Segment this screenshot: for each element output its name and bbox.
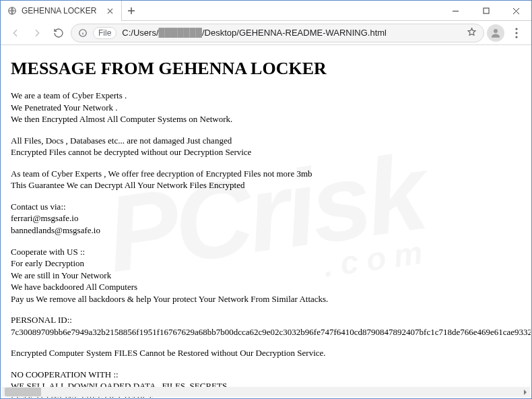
personal-id: 7c30089709bb6e7949a32b2158856f1951f16767… [11,326,521,338]
kebab-menu-icon[interactable] [507,24,526,42]
forward-button[interactable] [28,24,46,42]
text-line: All Files, Docs , Databases etc... are n… [11,135,521,147]
text-line: This Guarantee We can Decrypt All Your N… [11,179,521,191]
scrollbar-thumb[interactable] [5,388,41,396]
text-line: As team of Cyber Experts , We offer free… [11,168,521,180]
text-line: Cooperate with US :: [11,246,521,258]
text-line: For early Decryption [11,257,521,270]
close-window-button[interactable] [501,1,531,21]
file-info-icon[interactable] [78,28,88,38]
url-path-suffix: /Desktop/GEHENNA-README-WARNING.html [202,28,387,38]
page-heading: MESSAGE FROM GEHENNA LOCKER [11,57,521,80]
svg-point-3 [494,29,498,33]
viewport: PCrisk .com MESSAGE FROM GEHENNA LOCKER … [1,46,531,398]
scroll-right-icon[interactable] [520,387,530,397]
text-line: We have backdoored All Computers [11,281,521,293]
svg-rect-1 [484,8,489,13]
paragraph-1: We are a team of Cyber Experts . We Pene… [11,90,521,125]
tab-title: GEHENNA LOCKER [22,6,100,16]
paragraph-7: Encrypted Computer System FILES Cannot b… [11,347,521,359]
text-line: We are a team of Cyber Experts . [11,90,521,102]
svg-point-5 [515,32,517,34]
text-line: Encrypted Files cannot be decrypted with… [11,146,521,158]
text-line: PERSONAL ID:: [11,314,521,326]
minimize-button[interactable] [440,1,471,21]
url-scheme-label: File [98,28,111,38]
text-line: Contact us via:: [11,201,521,213]
paragraph-3: As team of Cyber Experts , We offer free… [11,168,521,191]
svg-point-4 [515,28,517,30]
url-scheme-chip: File [93,27,117,39]
paragraph-4: Contact us via:: ferrari@msgsafe.io bann… [11,201,521,237]
page-content: MESSAGE FROM GEHENNA LOCKER We are a tea… [1,46,531,398]
paragraph-6: PERSONAL ID:: 7c30089709bb6e7949a32b2158… [11,314,521,338]
text-line: We are still in Your Network [11,270,521,282]
browser-window: GEHENNA LOCKER [0,0,532,399]
text-line: ferrari@msgsafe.io [11,212,521,224]
profile-avatar[interactable] [487,24,504,42]
paragraph-5: Cooperate with US :: For early Decryptio… [11,246,521,305]
reload-button[interactable] [49,24,68,42]
titlebar: GEHENNA LOCKER [1,1,531,21]
bookmark-star-icon[interactable] [467,27,477,39]
url-path-prefix: C:/Users/ [122,28,158,38]
close-tab-button[interactable] [105,6,114,16]
address-bar[interactable]: File C:/Users/███████/Desktop/GEHENNA-RE… [71,24,484,42]
window-controls [440,1,531,20]
url-redacted: ███████ [159,28,202,38]
back-button[interactable] [6,24,25,42]
text-line: bannedlands@msgsafe.io [11,224,521,237]
text-line: We then Encrypted Almost All Computer Sy… [11,113,521,125]
maximize-button[interactable] [471,1,501,21]
toolbar: File C:/Users/███████/Desktop/GEHENNA-RE… [1,21,531,45]
browser-tab[interactable]: GEHENNA LOCKER [1,1,122,21]
text-line: NO COOPERATION WITH :: [11,369,521,381]
svg-point-6 [515,36,517,38]
globe-icon [7,6,17,16]
url-text: C:/Users/███████/Desktop/GEHENNA-README-… [122,28,387,38]
text-line: Encrypted Computer System FILES Cannot b… [11,347,521,359]
titlebar-spacer [141,1,440,20]
new-tab-button[interactable] [122,1,141,20]
paragraph-2: All Files, Docs , Databases etc... are n… [11,135,521,158]
text-line: We Penetrated Your Network . [11,102,521,114]
text-line: Pay us We remove all backdoors & help Yo… [11,293,521,305]
horizontal-scrollbar[interactable] [2,387,530,397]
